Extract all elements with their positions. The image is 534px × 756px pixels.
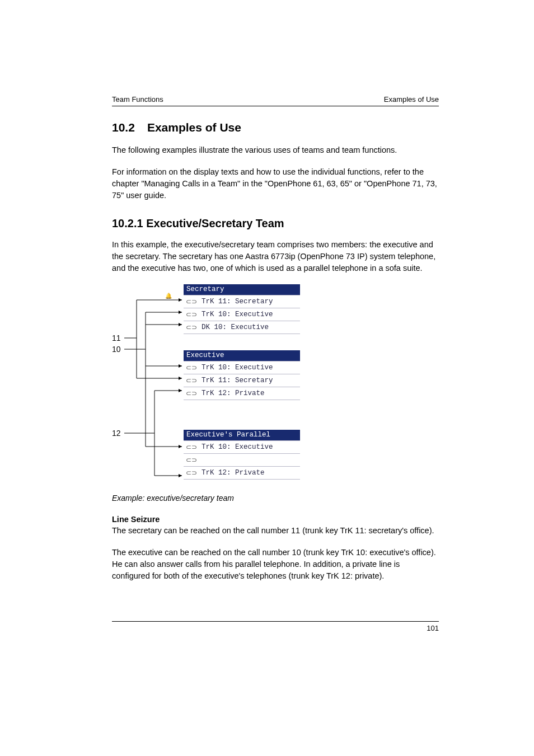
card-title: Executive's Parallel xyxy=(184,430,300,440)
key-icon: ⊂⊃ xyxy=(184,377,199,384)
header-right: Examples of Use xyxy=(384,95,439,104)
section-title: Examples of Use xyxy=(147,121,241,134)
section-heading: 10.2Examples of Use xyxy=(112,121,439,134)
run-in-heading: Line Seizure xyxy=(112,515,439,524)
key-icon: ⊂⊃ xyxy=(184,456,199,464)
key-row: ⊂⊃ xyxy=(184,453,300,466)
subsection-heading: 10.2.1 Executive/Secretary Team xyxy=(112,217,439,230)
key-row: ⊂⊃TrK 10: Executive xyxy=(184,308,300,321)
key-row: ⊂⊃TrK 12: Private xyxy=(184,466,300,480)
page-footer: 101 xyxy=(112,621,439,632)
figure-caption: Example: executive/secretary team xyxy=(112,494,439,503)
key-icon: ⊂⊃ xyxy=(184,389,199,397)
key-label: TrK 10: Executive xyxy=(202,311,273,318)
diagram-label: 12 xyxy=(112,429,121,438)
page-content: Team Functions Examples of Use 10.2Examp… xyxy=(0,0,534,666)
section-number: 10.2 xyxy=(112,121,135,134)
paragraph: For information on the display texts and… xyxy=(112,166,439,201)
key-label: DK 10: Executive xyxy=(202,323,269,331)
page-number: 101 xyxy=(112,624,439,632)
paragraph: The executive can be reached on the call… xyxy=(112,547,439,582)
key-label: TrK 12: Private xyxy=(202,389,265,397)
key-row: ⊂⊃TrK 12: Private xyxy=(184,387,300,400)
key-row: ⊂⊃TrK 10: Executive xyxy=(184,440,300,453)
paragraph: In this example, the executive/secretary… xyxy=(112,239,439,274)
key-row: ⊂⊃TrK 10: Executive xyxy=(184,361,300,374)
key-icon: ⊂⊃ xyxy=(184,311,199,318)
key-row: ⊂⊃TrK 11: Secretary xyxy=(184,295,300,308)
paragraph: The following examples illustrate the va… xyxy=(112,144,439,156)
header-rule xyxy=(112,106,439,106)
key-label: TrK 10: Executive xyxy=(202,364,273,372)
team-diagram: 🔔 11 10 12 Secretary ⊂⊃TrK 11: Secretary… xyxy=(112,284,313,490)
key-icon: ⊂⊃ xyxy=(184,469,199,477)
card-title: Secretary xyxy=(184,284,300,295)
paragraph: The secretary can be reached on the call… xyxy=(112,525,439,537)
diagram-label: 11 xyxy=(112,334,121,342)
phone-card-executive: Executive ⊂⊃TrK 10: Executive ⊂⊃TrK 11: … xyxy=(184,350,300,400)
key-label: TrK 10: Executive xyxy=(202,443,273,451)
phone-card-parallel: Executive's Parallel ⊂⊃TrK 10: Executive… xyxy=(184,430,300,480)
key-icon: ⊂⊃ xyxy=(184,323,199,331)
header-left: Team Functions xyxy=(112,95,163,104)
key-label: TrK 11: Secretary xyxy=(202,377,273,384)
key-row: ⊂⊃DK 10: Executive xyxy=(184,321,300,334)
key-label: TrK 12: Private xyxy=(202,469,265,477)
key-icon: ⊂⊃ xyxy=(184,298,199,306)
key-icon: ⊂⊃ xyxy=(184,443,199,451)
running-header: Team Functions Examples of Use xyxy=(112,95,439,104)
card-title: Executive xyxy=(184,350,300,361)
phone-card-secretary: Secretary ⊂⊃TrK 11: Secretary ⊂⊃TrK 10: … xyxy=(184,284,300,334)
key-row: ⊂⊃TrK 11: Secretary xyxy=(184,374,300,387)
bell-icon: 🔔 xyxy=(165,292,172,299)
key-icon: ⊂⊃ xyxy=(184,364,199,372)
key-label: TrK 11: Secretary xyxy=(202,298,273,306)
diagram-label: 10 xyxy=(112,345,121,354)
footer-rule xyxy=(112,621,439,622)
